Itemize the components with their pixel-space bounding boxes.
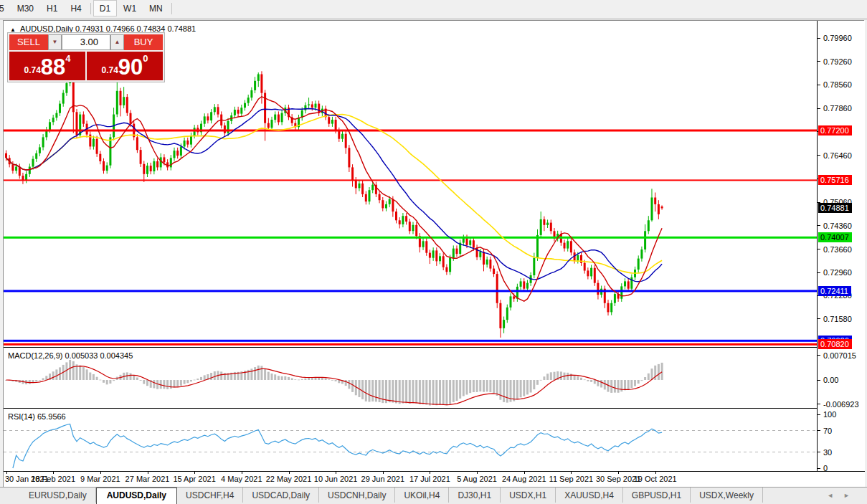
macd-tick-label: -0.006923: [823, 399, 859, 409]
rsi-indicator-pane[interactable]: [4, 411, 817, 471]
axis-tick: [818, 430, 820, 431]
symbol-tab-gbpusd[interactable]: GBPUSD,H1: [623, 488, 691, 503]
rsi-value: 65.9566: [37, 412, 66, 421]
buy-price-box[interactable]: 0.74 90 0: [87, 52, 163, 80]
horizontal-level-line[interactable]: [4, 343, 817, 346]
symbol-tab-usdx[interactable]: USDX,H1: [501, 488, 556, 503]
price-tick-label: 0.74360: [823, 221, 852, 231]
price-tick-label: 0.79960: [823, 33, 852, 43]
price-tick-label: 0.72960: [823, 267, 852, 277]
date-tick: [524, 472, 525, 474]
pane-divider[interactable]: [4, 408, 817, 409]
macd-tick-label: 0.007015: [823, 351, 856, 361]
axis-tick: [818, 318, 820, 319]
symbol-tab-usdcad[interactable]: USDCAD,Daily: [243, 488, 319, 503]
date-tick: [430, 472, 430, 474]
date-tick: [53, 472, 54, 474]
symbol-tab-usdx[interactable]: USDX,Weekly: [691, 488, 763, 503]
volume-decrease-button[interactable]: ▼: [48, 34, 62, 50]
date-label: 22 May 2021: [263, 475, 315, 483]
axis-tick: [818, 380, 820, 381]
symbol-tab-dj30[interactable]: DJ30,H1: [449, 488, 501, 503]
date-tick: [477, 472, 478, 474]
symbol-tab-audusd[interactable]: AUDUSD,Daily: [96, 488, 177, 504]
tab-scroll-left-icon[interactable]: ◄: [827, 492, 843, 499]
axis-tick: [818, 355, 820, 356]
moving-average-line: [6, 97, 663, 301]
sell-price-pip: 4: [65, 53, 70, 64]
price-tick-label: 0.79260: [823, 57, 852, 67]
price-tick-label: 0.73660: [823, 244, 852, 255]
horizontal-level-line[interactable]: [4, 237, 817, 239]
price-level-badge: 0.75716: [818, 175, 852, 185]
rsi-tick-label: 30: [823, 447, 832, 457]
timeframe-button-d1[interactable]: D1: [93, 0, 117, 16]
sell-price-prefix: 0.74: [24, 65, 40, 75]
horizontal-level-line[interactable]: [4, 179, 817, 181]
volume-input[interactable]: 3.00: [62, 34, 110, 50]
axis-tick: [818, 38, 820, 39]
sell-price-box[interactable]: 0.74 88 4: [9, 52, 85, 80]
date-label: 10 Jun 2021: [310, 475, 361, 483]
symbol-tab-eurusd[interactable]: EURUSD,Daily: [20, 488, 96, 503]
date-label: 18 Feb 2021: [27, 475, 79, 483]
pane-divider[interactable]: [4, 347, 817, 348]
symbol-tab-usdchf[interactable]: USDCHF,H4: [177, 488, 243, 503]
timeframe-toolbar: 5M30H1H4D1W1MN: [0, 0, 867, 19]
chart-window[interactable]: ▲AUDUSD,Daily 0.74931 0.74966 0.74834 0.…: [3, 20, 864, 487]
date-label: 9 Mar 2021: [75, 475, 126, 483]
buy-price-big: 90: [118, 57, 143, 78]
date-label: 27 Mar 2021: [122, 475, 174, 483]
date-label: 24 Aug 2021: [498, 475, 550, 483]
rsi-label: RSI(14) 65.9566: [8, 412, 66, 421]
symbol-tab-xauusd[interactable]: XAUUSD,H4: [556, 488, 623, 503]
toolbar-separator: [90, 3, 91, 14]
price-tick-label: 0.76460: [823, 151, 852, 161]
sell-button[interactable]: SELL: [9, 34, 48, 50]
symbol-tab-ukoil[interactable]: UKOil,H4: [395, 488, 449, 503]
date-label: 11 Sep 2021: [545, 475, 597, 483]
rsi-name: RSI(14): [8, 412, 35, 421]
axis-tick: [818, 272, 820, 273]
symbol-tab-usdcnh[interactable]: USDCNH,Daily: [319, 488, 395, 503]
macd-label: MACD(12,26,9) 0.005033 0.004345: [8, 351, 133, 360]
date-tick: [148, 472, 148, 474]
buy-button[interactable]: BUY: [124, 34, 163, 50]
date-tick: [194, 472, 195, 474]
horizontal-level-line[interactable]: [4, 340, 817, 342]
horizontal-level-line[interactable]: [4, 290, 817, 292]
rsi-canvas[interactable]: [4, 411, 817, 471]
date-label: 29 Jun 2021: [357, 475, 409, 483]
timeframe-button-h1[interactable]: H1: [40, 0, 64, 16]
buy-price-prefix: 0.74: [101, 65, 118, 75]
axis-tick: [818, 202, 820, 203]
date-label: 19 Oct 2021: [630, 475, 681, 483]
price-level-badge: 0.70820: [818, 339, 852, 349]
date-tick: [655, 472, 656, 474]
axis-tick: [818, 108, 820, 109]
axis-tick: [818, 452, 820, 452]
timeframe-button-5[interactable]: 5: [0, 0, 11, 16]
date-label: 17 Jul 2021: [404, 475, 455, 483]
axis-tick: [818, 249, 820, 249]
macd-tick-label: 0.00: [823, 375, 838, 385]
date-tick: [618, 472, 619, 474]
price-level-badge: 0.72411: [818, 286, 851, 296]
date-tick: [336, 472, 336, 474]
date-label: 5 Aug 2021: [451, 475, 503, 483]
tab-scroll-right-icon[interactable]: ►: [843, 492, 860, 499]
timeframe-button-h4[interactable]: H4: [64, 0, 87, 16]
macd-values: 0.005033 0.004345: [65, 351, 133, 360]
timeframe-button-m30[interactable]: M30: [11, 0, 40, 16]
timeframe-button-mn[interactable]: MN: [143, 0, 169, 16]
volume-increase-button[interactable]: ▲: [110, 34, 124, 50]
price-level-badge: 0.74881: [818, 203, 852, 213]
timeframe-button-w1[interactable]: W1: [117, 0, 143, 16]
toolbar-separator: [171, 3, 172, 14]
date-label: 15 Apr 2021: [169, 475, 220, 483]
date-tick: [383, 472, 384, 474]
axis-tick: [818, 225, 820, 226]
price-tick-label: 0.71580: [823, 314, 852, 324]
macd-name: MACD(12,26,9): [8, 351, 62, 360]
rsi-tick-label: 100: [823, 409, 836, 419]
